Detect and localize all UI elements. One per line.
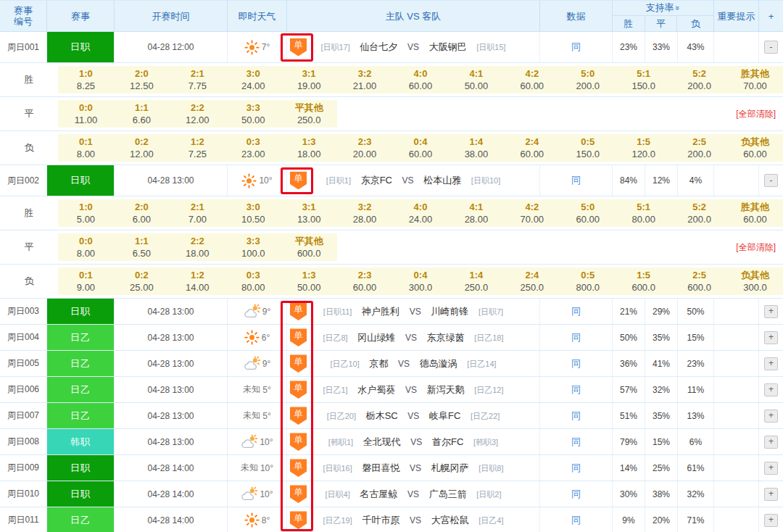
league-badge[interactable]: 日职 (47, 299, 115, 324)
col-expand-all[interactable]: + (759, 1, 783, 31)
home-team[interactable]: 全北现代 (363, 436, 401, 447)
odds-cell[interactable]: 4:150.00 (448, 66, 504, 93)
odds-cell[interactable]: 5:0200.0 (560, 66, 616, 93)
league-badge[interactable]: 韩职 (47, 429, 115, 454)
odds-cell[interactable]: 0:4300.0 (393, 267, 449, 295)
odds-cell[interactable]: 0:011.00 (58, 100, 114, 128)
odds-cell[interactable]: 3:010.50 (225, 199, 281, 227)
home-team[interactable]: 磐田喜悦 (362, 462, 399, 473)
odds-cell[interactable]: 3:119.00 (281, 66, 337, 93)
odds-cell[interactable]: 4:128.00 (448, 199, 504, 227)
league-badge[interactable]: 日职 (47, 165, 115, 196)
data-link[interactable]: 同 (571, 383, 581, 396)
expand-toggle-button[interactable]: + (764, 305, 778, 318)
odds-cell[interactable]: 4:024.00 (393, 199, 449, 227)
odds-cell[interactable]: 负其他60.00 (727, 134, 783, 162)
odds-cell[interactable]: 4:260.00 (504, 66, 560, 93)
away-team[interactable]: 松本山雅 (423, 175, 461, 186)
expand-toggle-button[interactable]: - (764, 41, 778, 54)
odds-cell[interactable]: 2:06.00 (114, 199, 170, 227)
odds-cell[interactable]: 0:460.00 (393, 134, 449, 162)
home-team[interactable]: 仙台七夕 (360, 41, 397, 52)
away-team[interactable]: 大阪钢巴 (429, 41, 467, 52)
odds-cell[interactable]: 2:4250.0 (504, 267, 560, 295)
odds-cell[interactable]: 2:012.50 (114, 66, 170, 93)
data-link[interactable]: 同 (571, 462, 581, 475)
odds-cell[interactable]: 0:380.00 (225, 267, 281, 295)
odds-cell[interactable]: 3:113.00 (281, 199, 337, 227)
odds-cell[interactable]: 2:360.00 (337, 267, 393, 295)
match-teams[interactable]: [日乙10] 京都 VS 德岛漩涡 [日乙14] (287, 357, 539, 370)
home-team[interactable]: 京都 (369, 358, 388, 369)
away-team[interactable]: 德岛漩涡 (420, 358, 457, 369)
odds-cell[interactable]: 胜其他60.00 (727, 199, 783, 227)
odds-cell[interactable]: 0:323.00 (225, 134, 281, 162)
league-badge[interactable]: 日乙 (47, 403, 115, 428)
match-teams[interactable]: [日乙19] 千叶市原 VS 大宫松鼠 [日乙4] (287, 514, 539, 527)
odds-cell[interactable]: 2:5600.0 (671, 267, 727, 295)
expand-toggle-button[interactable]: + (764, 383, 778, 396)
home-team[interactable]: 冈山绿雉 (357, 332, 395, 343)
odds-cell[interactable]: 2:218.00 (170, 233, 225, 261)
odds-cell[interactable]: 平其他250.0 (281, 100, 337, 128)
odds-cell[interactable]: 0:5150.0 (560, 134, 616, 162)
odds-cell[interactable]: 2:460.00 (504, 134, 560, 162)
odds-cell[interactable]: 1:4250.0 (448, 267, 504, 295)
support-sort-header[interactable]: 支持率 » (613, 1, 713, 16)
odds-cell[interactable]: 5:180.00 (616, 199, 671, 227)
odds-cell[interactable]: 3:024.00 (225, 66, 281, 93)
odds-cell[interactable]: 0:225.00 (114, 267, 170, 295)
odds-cell[interactable]: 1:438.00 (448, 134, 504, 162)
odds-cell[interactable]: 1:27.25 (170, 134, 225, 162)
home-team[interactable]: 东京FC (361, 175, 392, 186)
match-teams[interactable]: [日职16] 磐田喜悦 VS 札幌冈萨 [日职8] (287, 462, 539, 475)
odds-cell[interactable]: 1:16.50 (114, 233, 170, 261)
data-link[interactable]: 同 (571, 305, 581, 318)
odds-cell[interactable]: 2:17.00 (170, 199, 225, 227)
league-badge[interactable]: 日职 (47, 32, 115, 62)
odds-cell[interactable]: 0:212.00 (114, 134, 170, 162)
odds-cell[interactable]: 0:5800.0 (560, 267, 616, 295)
odds-cell[interactable]: 3:221.00 (337, 66, 393, 93)
away-team[interactable]: 川崎前锋 (431, 306, 468, 317)
odds-cell[interactable]: 0:08.00 (58, 233, 114, 261)
odds-cell[interactable]: 平其他600.0 (281, 233, 337, 261)
match-teams[interactable]: [日乙20] 栃木SC VS 岐阜FC [日乙22] (287, 410, 539, 423)
odds-cell[interactable]: 1:5120.0 (616, 134, 671, 162)
data-link[interactable]: 同 (571, 410, 581, 423)
match-teams[interactable]: [日乙1] 水户蜀葵 VS 新泻天鹅 [日乙12] (287, 383, 539, 396)
odds-cell[interactable]: 4:060.00 (393, 66, 449, 93)
odds-cell[interactable]: 5:1150.0 (616, 66, 671, 93)
league-badge[interactable]: 日乙 (47, 377, 115, 402)
data-link[interactable]: 同 (571, 514, 581, 527)
match-teams[interactable]: [韩职1] 全北现代 VS 首尔FC [韩职3] (287, 436, 539, 449)
league-badge[interactable]: 日职 (47, 481, 115, 507)
odds-cell[interactable]: 负其他300.0 (727, 267, 783, 295)
odds-cell[interactable]: 2:212.00 (170, 100, 225, 128)
match-teams[interactable]: [日职4] 名古屋鲸 VS 广岛三箭 [日职2] (287, 488, 539, 501)
odds-cell[interactable]: 2:17.75 (170, 66, 225, 93)
away-team[interactable]: 岐阜FC (429, 410, 460, 421)
data-link[interactable]: 同 (571, 174, 581, 187)
expand-toggle-button[interactable]: + (764, 331, 778, 344)
league-badge[interactable]: 日乙 (47, 325, 115, 350)
odds-cell[interactable]: 5:2200.0 (671, 199, 727, 227)
home-team[interactable]: 千叶市原 (362, 515, 399, 525)
away-team[interactable]: 大宫松鼠 (431, 515, 469, 525)
odds-cell[interactable]: 1:350.00 (281, 267, 337, 295)
expand-toggle-button[interactable]: + (764, 436, 778, 449)
home-team[interactable]: 水户蜀葵 (357, 384, 395, 395)
odds-cell[interactable]: 0:18.00 (58, 134, 114, 162)
away-team[interactable]: 首尔FC (432, 436, 463, 447)
odds-cell[interactable]: 0:19.00 (58, 267, 114, 295)
home-team[interactable]: 栃木SC (366, 410, 398, 421)
clear-all-link[interactable]: [全部清除] (736, 108, 776, 120)
odds-cell[interactable]: 3:3100.0 (225, 233, 281, 261)
odds-cell[interactable]: 1:16.60 (114, 100, 170, 128)
match-teams[interactable]: [日乙8] 冈山绿雉 VS 东京绿茵 [日乙18] (287, 331, 539, 344)
odds-cell[interactable]: 3:350.00 (225, 100, 281, 128)
league-badge[interactable]: 日职 (47, 455, 115, 481)
odds-cell[interactable]: 5:2200.0 (671, 66, 727, 93)
expand-toggle-button[interactable]: + (764, 462, 778, 475)
data-link[interactable]: 同 (571, 357, 581, 370)
